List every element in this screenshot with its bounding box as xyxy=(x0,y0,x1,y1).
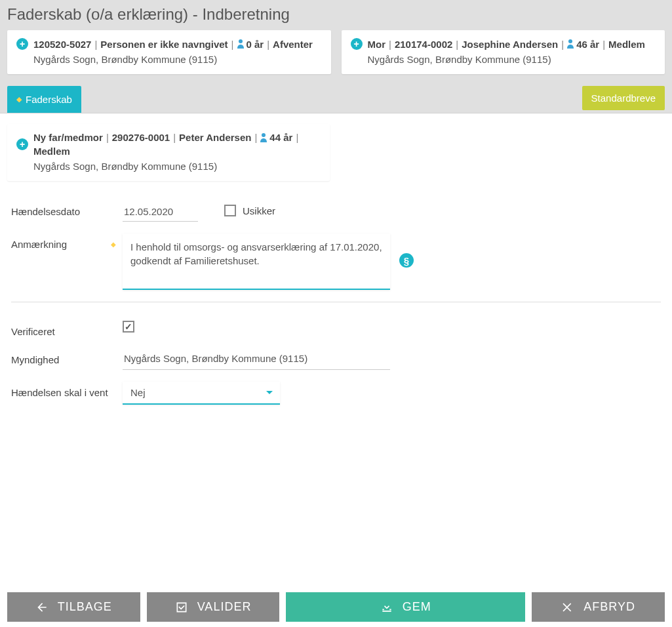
father-status: Medlem xyxy=(33,146,70,157)
standard-letters-button[interactable]: Standardbreve xyxy=(582,86,665,110)
save-button[interactable]: GEM xyxy=(286,592,525,622)
back-label: TILBAGE xyxy=(58,600,112,614)
mother-name: Josephine Andersen xyxy=(462,39,558,50)
close-icon xyxy=(561,601,574,614)
pending-select[interactable]: Nej xyxy=(123,382,280,405)
back-button[interactable]: TILBAGE xyxy=(7,592,140,622)
diamond-icon: ◆ xyxy=(111,241,116,248)
svg-point-1 xyxy=(568,39,572,43)
tab-faderskab[interactable]: ◆ Faderskab xyxy=(7,86,81,113)
father-age: 44 år xyxy=(269,132,292,143)
uncertain-checkbox[interactable] xyxy=(224,205,236,216)
mother-role: Mor xyxy=(368,39,386,50)
event-date-input[interactable] xyxy=(123,201,198,222)
remark-textarea[interactable]: I henhold til omsorgs- og ansvarserklæri… xyxy=(123,233,390,290)
paragraph-icon[interactable]: § xyxy=(399,253,414,268)
mother-cpr: 210174-0002 xyxy=(395,39,452,50)
father-card[interactable]: + Ny far/medmor | 290276-0001 | Peter An… xyxy=(7,124,330,181)
person-icon xyxy=(260,133,267,142)
plus-circle-icon: + xyxy=(16,138,28,150)
authority-input[interactable] xyxy=(123,349,390,370)
mother-parish: Nygårds Sogn, Brøndby Kommune (9115) xyxy=(368,54,656,65)
verified-label: Verificeret xyxy=(11,321,123,337)
father-parish: Nygårds Sogn, Brøndby Kommune (9115) xyxy=(33,161,321,172)
father-name: Peter Andersen xyxy=(179,132,251,143)
cancel-label: AFBRYD xyxy=(583,600,635,614)
child-status: Afventer xyxy=(273,39,313,50)
page-title: Faderskab (o/a erklæring) - Indberetning xyxy=(7,5,665,24)
validate-button[interactable]: VALIDER xyxy=(147,592,280,622)
father-cpr: 290276-0001 xyxy=(112,132,170,143)
divider xyxy=(11,302,661,302)
mother-age: 46 år xyxy=(576,39,599,50)
person-icon xyxy=(237,39,244,49)
plus-circle-icon: + xyxy=(16,38,28,50)
remark-label: Anmærkning xyxy=(11,239,67,250)
mother-card[interactable]: + Mor | 210174-0002 | Josephine Andersen… xyxy=(342,30,665,74)
child-card[interactable]: + 120520-5027 | Personen er ikke navngiv… xyxy=(7,30,331,74)
cancel-button[interactable]: AFBRYD xyxy=(532,592,665,622)
father-role: Ny far/medmor xyxy=(33,132,103,143)
plus-circle-icon: + xyxy=(351,38,363,50)
event-date-label: Hændelsesdato xyxy=(11,201,123,217)
save-label: GEM xyxy=(403,600,431,614)
tab-label: Faderskab xyxy=(26,94,72,105)
child-age: 0 år xyxy=(247,39,264,50)
download-icon xyxy=(380,601,393,614)
child-parish: Nygårds Sogn, Brøndby Kommune (9115) xyxy=(33,54,322,65)
pending-label: Hændelsen skal i vent xyxy=(11,382,123,398)
authority-label: Myndighed xyxy=(11,349,123,365)
diamond-icon: ◆ xyxy=(16,95,22,104)
child-name: Personen er ikke navngivet xyxy=(100,39,227,50)
arrow-left-icon xyxy=(35,601,49,614)
uncertain-label: Usikker xyxy=(243,205,275,216)
svg-point-0 xyxy=(239,39,243,43)
validate-label: VALIDER xyxy=(197,600,252,614)
mother-status: Medlem xyxy=(608,39,645,50)
svg-point-2 xyxy=(262,133,266,137)
verified-checkbox[interactable] xyxy=(123,321,134,333)
child-cpr: 120520-5027 xyxy=(33,39,91,50)
check-square-icon xyxy=(175,601,188,614)
person-icon xyxy=(567,39,574,49)
